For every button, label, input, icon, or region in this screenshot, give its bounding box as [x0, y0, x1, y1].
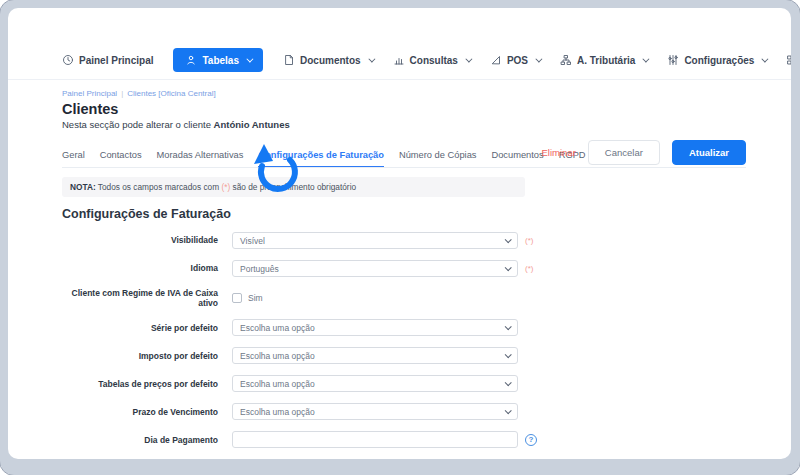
pos-icon — [490, 54, 502, 66]
note-text: são de preenchimento obrigatório — [230, 182, 356, 192]
nav-item-label: Configurações — [684, 55, 754, 66]
form-row-visibilidade: Visibilidade Visível (*) — [62, 232, 746, 249]
chevron-down-icon — [505, 408, 512, 415]
chevron-down-icon — [505, 236, 512, 243]
nav-item-a-tributaria[interactable]: A. Tributária — [560, 54, 647, 66]
select-value: Visível — [240, 236, 265, 246]
nav-item-label: Consultas — [410, 55, 458, 66]
breadcrumb-separator: | — [121, 89, 123, 98]
note-text: Todos os campos marcados com — [96, 182, 222, 192]
nav-item-tabelas[interactable]: Tabelas — [173, 48, 263, 72]
select-value: Escolha uma opção — [240, 351, 315, 361]
chevron-down-icon — [762, 55, 769, 62]
serie-por-defeito-select[interactable]: Escolha uma opção — [232, 319, 518, 336]
form-row-prazo-de-vencimento: Prazo de Vencimento Escolha uma opção — [62, 403, 746, 420]
field-label: Série por defeito — [62, 323, 218, 333]
nav-item-pos[interactable]: POS — [490, 54, 540, 66]
tab-bar: Geral Contactos Moradas Alternativas Con… — [62, 137, 746, 168]
tab-configuracoes-de-faturacao[interactable]: Configurações de Faturação — [258, 150, 384, 168]
bar-chart-icon — [393, 54, 405, 66]
chevron-down-icon — [505, 380, 512, 387]
page-subtitle: Nesta secção pode alterar o cliente Antó… — [62, 119, 746, 130]
checkbox-label: Sim — [248, 293, 263, 303]
nav-item-label: POS — [507, 55, 528, 66]
document-icon — [283, 54, 295, 66]
breadcrumb-current[interactable]: Clientes [Oficina Central] — [127, 89, 215, 98]
nav-item-label: Tabelas — [202, 55, 239, 66]
visibilidade-select[interactable]: Visível — [232, 232, 518, 249]
breadcrumb-home-link[interactable]: Painel Principal — [62, 89, 117, 98]
form-row-dia-de-pagamento: Dia de Pagamento — [62, 431, 746, 448]
note-banner: NOTA: Todos os campos marcados com (*) s… — [62, 177, 525, 197]
required-marker: (*) — [525, 264, 533, 273]
nav-item-label: Painel Principal — [79, 55, 153, 66]
form-row-imposto-por-defeito: Imposto por defeito Escolha uma opção — [62, 347, 746, 364]
form-row-serie-por-defeito: Série por defeito Escolha uma opção — [62, 319, 746, 336]
section-title: Configurações de Faturação — [62, 207, 746, 221]
nav-item-label: A. Tributária — [577, 55, 635, 66]
iva-caixa-checkbox[interactable] — [232, 293, 242, 303]
client-name: António Antunes — [214, 119, 290, 130]
nav-item-configuracoes[interactable]: Configurações — [667, 54, 766, 66]
chevron-down-icon — [535, 55, 542, 62]
form-row-tabelas-de-precos: Tabelas de preços por defeito Escolha um… — [62, 375, 746, 392]
field-label: Dia de Pagamento — [62, 435, 218, 445]
form-row-idioma: Idioma Português (*) — [62, 260, 746, 277]
nav-item-label: Documentos — [300, 55, 361, 66]
action-buttons: Eliminar Cancelar Atualizar — [542, 140, 746, 165]
nav-item-documentos[interactable]: Documentos — [283, 54, 373, 66]
prazo-de-vencimento-select[interactable]: Escolha uma opção — [232, 403, 518, 420]
window-frame: Painel Principal Tabelas Documentos Cons… — [0, 0, 800, 475]
subtitle-text: Nesta secção pode alterar o cliente — [62, 119, 214, 130]
help-icon[interactable] — [525, 434, 537, 446]
tab-moradas-alternativas[interactable]: Moradas Alternativas — [157, 150, 244, 168]
select-value: Escolha uma opção — [240, 323, 315, 333]
tab-numero-de-copias[interactable]: Número de Cópias — [399, 150, 477, 168]
chevron-down-icon — [643, 55, 650, 62]
tab-contactos[interactable]: Contactos — [100, 150, 142, 168]
nav-item-consultas[interactable]: Consultas — [393, 54, 470, 66]
field-label: Imposto por defeito — [62, 351, 218, 361]
field-label: Prazo de Vencimento — [62, 407, 218, 417]
chevron-down-icon — [505, 324, 512, 331]
chevron-down-icon — [368, 55, 375, 62]
tab-geral[interactable]: Geral — [62, 150, 85, 168]
chevron-down-icon — [505, 264, 512, 271]
field-label: Idioma — [62, 263, 218, 273]
update-button[interactable]: Atualizar — [672, 140, 746, 165]
select-value: Escolha uma opção — [240, 407, 315, 417]
imposto-por-defeito-select[interactable]: Escolha uma opção — [232, 347, 518, 364]
tab-documentos[interactable]: Documentos — [491, 150, 543, 168]
nav-divider — [8, 79, 791, 80]
dia-de-pagamento-input[interactable] — [232, 431, 518, 448]
users-icon — [185, 54, 197, 66]
note-asterisk: (*) — [221, 182, 230, 192]
chevron-down-icon — [505, 352, 512, 359]
field-label: Tabelas de preços por defeito — [62, 379, 218, 389]
select-value: Português — [240, 264, 279, 274]
idioma-select[interactable]: Português — [232, 260, 518, 277]
form-row-regime-iva-caixa: Cliente com Regime de IVA de Caixa ativo… — [62, 288, 746, 308]
cancel-button[interactable]: Cancelar — [588, 140, 660, 165]
app-card: Painel Principal Tabelas Documentos Cons… — [8, 8, 791, 459]
checkbox-group: Sim — [232, 293, 263, 303]
main-content: Painel Principal|Clientes [Oficina Centr… — [62, 89, 746, 459]
tabelas-de-precos-select[interactable]: Escolha uma opção — [232, 375, 518, 392]
select-value: Escolha uma opção — [240, 379, 315, 389]
note-label: NOTA: — [70, 182, 96, 192]
sliders-icon — [667, 54, 679, 66]
delete-button[interactable]: Eliminar — [542, 147, 576, 158]
clock-icon — [62, 54, 74, 66]
field-label: Visibilidade — [62, 235, 218, 245]
chevron-down-icon — [246, 55, 253, 62]
tax-nodes-icon — [560, 54, 572, 66]
grid-icon — [786, 54, 791, 66]
page-title: Clientes — [62, 101, 746, 117]
breadcrumb: Painel Principal|Clientes [Oficina Centr… — [62, 89, 746, 98]
nav-item-marketplace[interactable]: Marketplace — [786, 54, 791, 66]
billing-settings-form: Visibilidade Visível (*) Idioma Portuguê… — [62, 232, 746, 459]
top-navigation: Painel Principal Tabelas Documentos Cons… — [62, 48, 791, 72]
nav-item-painel-principal[interactable]: Painel Principal — [62, 54, 153, 66]
required-marker: (*) — [525, 236, 533, 245]
chevron-down-icon — [465, 55, 472, 62]
